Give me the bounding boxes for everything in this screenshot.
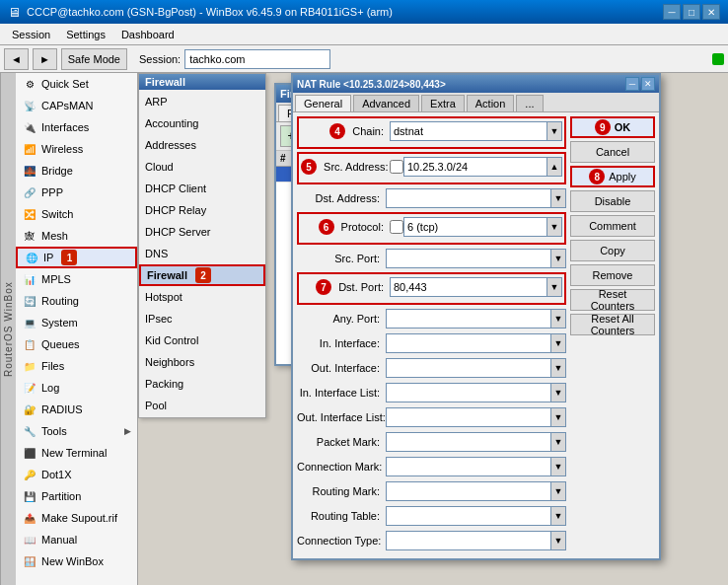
safemode-button[interactable]: Safe Mode <box>61 48 127 70</box>
menu-settings[interactable]: Settings <box>58 27 113 42</box>
nat-tab-extra[interactable]: Extra <box>421 95 465 111</box>
protocol-input[interactable] <box>403 217 546 237</box>
out-interface-input[interactable] <box>386 358 550 378</box>
ok-button[interactable]: 9 OK <box>570 116 655 138</box>
in-iface-list-input[interactable] <box>386 383 550 402</box>
sidebar-item-switch[interactable]: 🔀 Switch <box>16 203 137 225</box>
src-port-dropdown[interactable]: ▼ <box>550 249 566 268</box>
sidebar-item-tools[interactable]: 🔧 Tools ▶ <box>16 420 137 442</box>
menu-dashboard[interactable]: Dashboard <box>113 27 182 42</box>
minimize-button[interactable]: ─ <box>663 4 681 20</box>
menu-firewall[interactable]: Firewall 2 <box>139 264 265 286</box>
sidebar-item-wireless[interactable]: 📶 Wireless <box>16 138 137 160</box>
menu-dns[interactable]: DNS <box>139 243 265 264</box>
in-interface-input[interactable] <box>386 333 550 353</box>
protocol-checkbox[interactable] <box>390 217 403 237</box>
connection-type-dropdown[interactable]: ▼ <box>550 531 566 550</box>
routing-mark-input[interactable] <box>386 481 550 501</box>
back-button[interactable]: ◄ <box>4 48 29 70</box>
sidebar-item-quickset[interactable]: ⚙ Quick Set <box>16 73 137 95</box>
packet-mark-input[interactable] <box>386 432 550 452</box>
connection-mark-dropdown[interactable]: ▼ <box>550 457 566 476</box>
sidebar-item-capsman[interactable]: 📡 CAPsMAN <box>16 95 137 116</box>
routing-table-input[interactable] <box>386 506 550 526</box>
out-iface-list-input[interactable] <box>386 407 550 427</box>
close-button[interactable]: ✕ <box>702 4 720 20</box>
src-address-input[interactable] <box>403 157 546 177</box>
sidebar-item-new-terminal[interactable]: ⬛ New Terminal <box>16 442 137 464</box>
nat-tab-advanced[interactable]: Advanced <box>353 95 419 111</box>
src-address-combo: ▲ <box>390 157 562 177</box>
sidebar-item-ppp[interactable]: 🔗 PPP <box>16 182 137 203</box>
sidebar-item-routing[interactable]: 🔄 Routing <box>16 290 137 312</box>
nat-tab-general[interactable]: General <box>295 95 351 111</box>
sidebar-item-system[interactable]: 💻 System <box>16 312 137 333</box>
menu-arp[interactable]: ARP <box>139 91 265 112</box>
routing-mark-dropdown[interactable]: ▼ <box>550 481 566 501</box>
out-interface-dropdown[interactable]: ▼ <box>550 358 566 378</box>
remove-button[interactable]: Remove <box>570 264 655 286</box>
connection-mark-row: Connection Mark: ▼ <box>297 456 566 477</box>
any-port-dropdown[interactable]: ▼ <box>550 309 566 329</box>
disable-button[interactable]: Disable <box>570 190 655 212</box>
maximize-button[interactable]: □ <box>683 4 700 20</box>
sidebar-item-mpls[interactable]: 📊 MPLS <box>16 268 137 290</box>
chain-dropdown[interactable]: ▼ <box>546 121 562 141</box>
menu-hotspot[interactable]: Hotspot <box>139 286 265 308</box>
reset-all-counters-button[interactable]: Reset All Counters <box>570 314 655 335</box>
chain-input[interactable] <box>390 121 546 141</box>
in-interface-dropdown[interactable]: ▼ <box>550 333 566 353</box>
protocol-dropdown[interactable]: ▼ <box>546 217 562 237</box>
nat-close[interactable]: ✕ <box>641 77 655 91</box>
sidebar-item-ip[interactable]: 🌐 IP 1 <box>16 247 137 268</box>
dst-address-input[interactable] <box>386 188 550 208</box>
menu-dhcp-client[interactable]: DHCP Client <box>139 178 265 199</box>
session-input[interactable] <box>184 49 330 69</box>
menu-packing[interactable]: Packing <box>139 373 265 395</box>
forward-button[interactable]: ► <box>33 48 57 70</box>
menu-dhcp-server[interactable]: DHCP Server <box>139 221 265 243</box>
comment-button[interactable]: Comment <box>570 215 655 237</box>
nat-minimize[interactable]: ─ <box>625 77 639 91</box>
menu-kid-control[interactable]: Kid Control <box>139 329 265 351</box>
menu-pool[interactable]: Pool <box>139 395 265 416</box>
menu-ipsec[interactable]: IPsec <box>139 308 265 329</box>
sidebar-item-queues[interactable]: 📋 Queues <box>16 333 137 355</box>
sidebar-item-interfaces[interactable]: 🔌 Interfaces <box>16 116 137 138</box>
dst-port-dropdown[interactable]: ▼ <box>546 277 562 297</box>
menu-dhcp-relay[interactable]: DHCP Relay <box>139 199 265 221</box>
src-address-dropdown[interactable]: ▲ <box>546 157 562 177</box>
in-iface-list-dropdown[interactable]: ▼ <box>550 383 566 402</box>
src-port-input[interactable] <box>386 249 550 268</box>
connection-mark-input[interactable] <box>386 457 550 476</box>
cancel-button[interactable]: Cancel <box>570 141 655 163</box>
sidebar-item-make-supout[interactable]: 📤 Make Supout.rif <box>16 507 137 529</box>
sidebar-item-bridge[interactable]: 🌉 Bridge <box>16 160 137 182</box>
sidebar-item-files[interactable]: 📁 Files <box>16 355 137 377</box>
nat-tab-action[interactable]: Action <box>467 95 515 111</box>
sidebar-item-partition[interactable]: 💾 Partition <box>16 485 137 507</box>
sidebar-item-radius[interactable]: 🔐 RADIUS <box>16 399 137 420</box>
menu-neighbors[interactable]: Neighbors <box>139 351 265 373</box>
copy-button[interactable]: Copy <box>570 240 655 261</box>
routing-table-dropdown[interactable]: ▼ <box>550 506 566 526</box>
any-port-input[interactable] <box>386 309 550 329</box>
dst-port-input[interactable] <box>390 277 546 297</box>
sidebar-item-dot1x[interactable]: 🔑 Dot1X <box>16 464 137 485</box>
sidebar-item-mesh[interactable]: 🕸 Mesh <box>16 225 137 247</box>
connection-type-input[interactable] <box>386 531 550 550</box>
nat-tab-more[interactable]: ... <box>516 95 543 111</box>
apply-button[interactable]: 8 Apply <box>570 166 655 187</box>
sidebar-item-manual[interactable]: 📖 Manual <box>16 529 137 550</box>
menu-accounting[interactable]: Accounting <box>139 112 265 134</box>
sidebar-item-new-winbox[interactable]: 🪟 New WinBox <box>16 550 137 572</box>
sidebar-item-log[interactable]: 📝 Log <box>16 377 137 399</box>
menu-cloud[interactable]: Cloud <box>139 156 265 178</box>
packet-mark-dropdown[interactable]: ▼ <box>550 432 566 452</box>
src-address-checkbox[interactable] <box>390 157 403 177</box>
menu-session[interactable]: Session <box>4 27 58 42</box>
dst-address-dropdown[interactable]: ▼ <box>550 188 566 208</box>
out-iface-list-dropdown[interactable]: ▼ <box>550 407 566 427</box>
reset-counters-button[interactable]: Reset Counters <box>570 289 655 311</box>
menu-addresses[interactable]: Addresses <box>139 134 265 156</box>
